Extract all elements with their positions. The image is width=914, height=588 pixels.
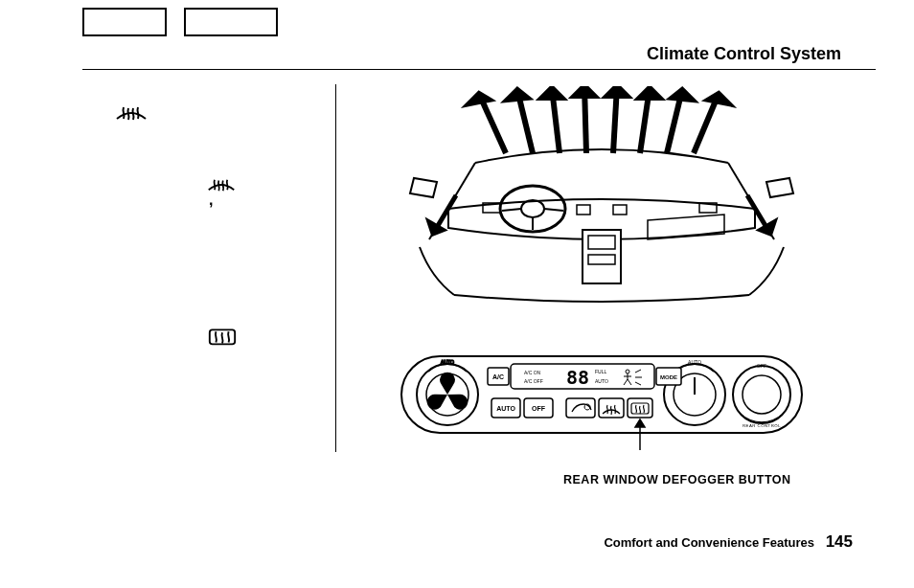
- svg-marker-16: [709, 94, 728, 103]
- svg-text:AUTO: AUTO: [595, 378, 608, 384]
- footer-section: Comfort and Convenience Features: [604, 535, 814, 550]
- svg-marker-8: [575, 86, 594, 96]
- ac-button-icon: A/C: [488, 368, 509, 385]
- auto-button-icon: AUTO: [491, 398, 520, 418]
- center-display-icon: A/C ON A/C OFF 88 FULL AUTO: [511, 364, 654, 389]
- svg-text:AUTO: AUTO: [496, 405, 515, 412]
- mode-button-icon: MODE: [656, 368, 681, 385]
- defog-icon: [115, 102, 148, 124]
- header-box-2: [184, 8, 278, 36]
- svg-marker-10: [607, 86, 627, 96]
- header-rule: [82, 69, 876, 70]
- svg-marker-2: [469, 94, 489, 103]
- svg-text:OFF: OFF: [532, 405, 546, 412]
- comma: ,: [209, 192, 213, 208]
- svg-text:MODE: MODE: [660, 374, 677, 380]
- svg-text:FULL: FULL: [595, 369, 606, 374]
- svg-text:AUTO: AUTO: [441, 359, 454, 365]
- svg-rect-26: [577, 205, 590, 215]
- climate-panel-illustration: AUTO AUTO: [353, 351, 851, 462]
- svg-point-21: [521, 200, 544, 217]
- callout-arrow-icon: [635, 419, 645, 450]
- svg-marker-6: [542, 88, 561, 98]
- page-title: Climate Control System: [647, 44, 841, 64]
- rear-defog-icon: [207, 324, 238, 347]
- svg-text:A/C ON: A/C ON: [524, 370, 541, 375]
- right-column: AUTO AUTO: [353, 86, 851, 462]
- svg-text:A/C: A/C: [492, 373, 504, 380]
- recirculate-button-icon: [566, 398, 595, 418]
- svg-text:A/C OFF: A/C OFF: [524, 378, 543, 384]
- svg-text:REAR CONTROL: REAR CONTROL: [743, 423, 781, 428]
- column-separator: [335, 84, 336, 452]
- left-column: , Rear Window Defogger Button: [82, 96, 324, 347]
- svg-line-22: [502, 209, 521, 211]
- svg-marker-12: [640, 88, 659, 98]
- header-box-1: [82, 8, 167, 36]
- svg-marker-14: [673, 90, 692, 100]
- rear-defog-button-icon: [628, 398, 652, 418]
- svg-line-23: [544, 209, 563, 211]
- airflow-illustration: [353, 86, 851, 306]
- defog-icon: ,: [207, 174, 236, 213]
- panel-caption: REAR WINDOW DEFOGGER BUTTON: [563, 473, 791, 486]
- svg-rect-27: [613, 205, 627, 215]
- svg-text:OFF: OFF: [757, 363, 766, 369]
- footer: Comfort and Convenience Features 145: [604, 532, 853, 552]
- page-number: 145: [826, 532, 853, 551]
- svg-text:88: 88: [566, 366, 589, 389]
- off-button-icon: OFF: [524, 398, 553, 418]
- front-defog-button-icon: [599, 398, 624, 418]
- header-placeholder-boxes: [82, 8, 278, 36]
- svg-text:AUTO: AUTO: [688, 359, 701, 365]
- svg-point-42: [743, 375, 781, 414]
- svg-marker-4: [508, 90, 527, 100]
